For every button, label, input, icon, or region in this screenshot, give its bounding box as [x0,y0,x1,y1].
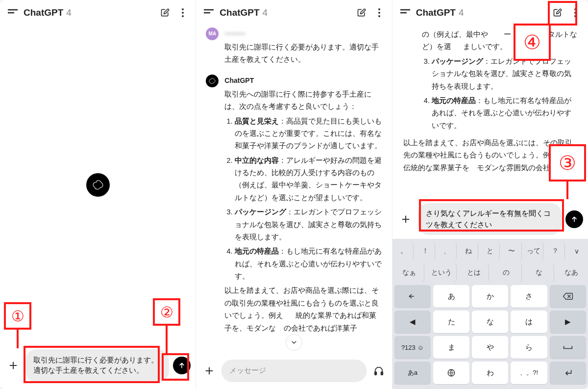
kbd-key[interactable]: や [472,336,508,359]
kbd-suggestion[interactable]: 。 [394,242,414,260]
svg-point-0 [182,8,184,10]
list-item: 品質と見栄え：高品質で見た目にも美しいものを選ぶことが重要です。これには、有名な… [235,115,382,153]
menu-icon[interactable] [6,6,20,20]
list-item: パッケージング：エレガントでプロフェッショナルな包装を選び、誠実さと尊敬の気持ち… [235,206,382,243]
kbd-suggestion-more[interactable]: ∨ [567,242,586,260]
kbd-suggestion[interactable]: ね [459,242,478,260]
assistant-message-continued: の（例えば、最中や ートケーキやタルトなど）を選 ましいです。 パッケージング：… [403,28,577,174]
list-item: パッケージング：エレガントでプロフェッショナルな包装を選び、誠実さと尊敬の気持ち… [432,55,577,93]
panel-2-chat: ChatGPT 4 MA ——— 取引先に謝罪に行く必要があります。適切な手土産… [196,0,392,389]
svg-rect-6 [374,372,376,375]
kbd-key[interactable]: さ [511,285,547,308]
message-input[interactable]: さり気なくアレルギーを有無を聞くコツを教えてください [418,203,562,235]
kbd-mode-key[interactable]: ?123 ☺ [394,336,431,359]
send-button[interactable] [565,210,583,228]
assistant-outro: 以上を踏まえて、お店や商品を選ぶには、その取引先の業種や社風にも合うものいでしょ… [403,137,577,174]
assistant-intro: 取引先への謝罪に行く際に持参する手土産には、次の点を考慮すると良いでしょう： [224,88,382,113]
app-header: ChatGPT 4 [392,0,588,26]
headphones-icon[interactable] [370,363,387,379]
kbd-suggestion[interactable]: なぁ [394,263,424,282]
kbd-suggestion[interactable]: なあ [557,263,586,282]
kbd-suggestion[interactable]: 〜 [502,242,521,260]
kbd-key[interactable]: な [472,311,508,333]
message-input[interactable]: 取引先に謝罪に行く必要があります。適切な手土産を教えてください。 [25,349,169,383]
kbd-suggestion[interactable]: な [524,263,554,282]
list-item: 地元の特産品：もし地元に有名な特産品があれば、それを選ぶと心遣いが伝わりやすいで… [432,95,577,132]
scroll-to-bottom-button[interactable] [286,334,302,351]
kbd-key[interactable]: わ [472,362,508,384]
kbd-space-key[interactable] [550,336,586,359]
list-item: 地元の特産品：もし地元に有名な特産品があれば、それを選ぶと心遣いが伝わりやすいで… [235,245,382,283]
attach-icon[interactable] [201,363,218,379]
kbd-left-key[interactable]: ◀ [394,311,431,333]
assistant-message: ChatGPT 取引先への謝罪に行く際に持参する手土産には、次の点を考慮すると良… [206,75,382,335]
user-name: ——— [224,27,382,40]
kbd-key[interactable]: か [472,285,508,308]
kbd-suggestion[interactable]: という [427,263,457,282]
svg-point-3 [378,8,380,10]
assistant-name: ChatGPT [224,75,382,87]
user-avatar: MA [206,27,219,40]
attach-icon[interactable] [5,357,22,374]
kbd-backspace-key[interactable] [550,285,586,308]
kbd-suggestion[interactable]: とは [459,263,489,282]
kbd-key[interactable]: た [433,311,469,333]
app-header: ChatGPT 4 [196,0,392,26]
chat-scroll-area[interactable]: MA ——— 取引先に謝罪に行く必要があります。適切な手土産を教えてください。 … [196,26,392,355]
menu-icon[interactable] [202,6,216,20]
svg-point-5 [378,15,380,17]
kbd-globe-key[interactable] [433,362,469,384]
message-input-placeholder: メッセージ [229,365,266,376]
kbd-suggestion[interactable]: 、 [438,242,457,260]
app-title: ChatGPT 4 [416,7,464,18]
kbd-key[interactable]: あ [433,285,469,308]
kbd-punct-key[interactable]: 、。?! [511,362,547,384]
svg-rect-7 [381,372,383,375]
kbd-right-key[interactable]: ▶ [550,311,586,333]
new-chat-icon[interactable] [355,6,368,20]
new-chat-icon[interactable] [551,6,564,20]
composer: メッセージ [196,355,392,389]
panel-1-empty-chat: ChatGPT 4 取引先に謝罪に行く必要があります。適切な手土産を教えてくださ… [0,0,196,389]
attach-icon[interactable] [397,211,414,228]
more-icon[interactable] [372,6,386,20]
kbd-key[interactable]: ま [433,336,469,359]
more-icon[interactable] [568,6,582,20]
message-input-text: 取引先に謝罪に行く必要があります。適切な手土産を教えてください。 [33,355,161,377]
user-message: MA ——— 取引先に謝罪に行く必要があります。適切な手土産を教えてください。 [206,27,382,66]
assistant-outro: 以上を踏まえて、お店や商品を選ぶ際には、その取引先の業種や社風にも合うものを選ぶ… [224,285,382,335]
svg-point-8 [574,8,576,10]
new-chat-icon[interactable] [158,6,172,20]
kbd-suggestion[interactable]: の [491,263,521,282]
kbd-key[interactable]: は [511,311,547,333]
kbd-suggestion[interactable]: ？ [546,242,565,260]
svg-point-1 [182,12,184,14]
kbd-enter-key[interactable] [550,362,586,384]
menu-icon[interactable] [398,6,412,20]
assistant-points-list-cont: パッケージング：エレガントでプロフェッショナルな包装を選び、誠実さと尊敬の気持ち… [422,55,577,132]
svg-point-9 [574,12,576,14]
svg-point-10 [574,15,576,17]
app-version: 4 [66,7,72,18]
chatgpt-logo-icon [86,173,110,197]
assistant-points-list: 品質と見栄え：高品質で見た目にも美しいものを選ぶことが重要です。これには、有名な… [224,115,382,283]
panel-3-followup: ChatGPT 4 の（例えば、最中や ートケーキやタルトなど）を選 ましいです… [392,0,588,389]
chatgpt-avatar-icon [206,75,219,87]
more-icon[interactable] [176,6,190,20]
svg-point-2 [182,15,184,17]
kbd-suggestion[interactable]: と [481,242,500,260]
message-input[interactable]: メッセージ [221,360,366,382]
composer: さり気なくアレルギーを有無を聞くコツを教えてください [392,199,588,239]
kbd-key[interactable]: ら [511,336,547,359]
kbd-suggestion[interactable]: ！ [416,242,435,260]
soft-keyboard: 。 ！ 、 ね と 〜 って ？ ∨ なぁ という とは の な なあ あ [392,239,588,389]
kbd-suggestion[interactable]: って [524,242,543,260]
svg-point-4 [378,12,380,14]
send-button[interactable] [173,357,191,374]
app-title: ChatGPT 4 [24,7,72,18]
app-name: ChatGPT [24,7,63,18]
kbd-undo-key[interactable] [394,285,431,308]
composer: 取引先に謝罪に行く必要があります。適切な手土産を教えてください。 [0,344,196,389]
chat-scroll-area[interactable]: の（例えば、最中や ートケーキやタルトなど）を選 ましいです。 パッケージング：… [392,26,588,199]
kbd-lang-key[interactable]: あa [394,362,431,384]
